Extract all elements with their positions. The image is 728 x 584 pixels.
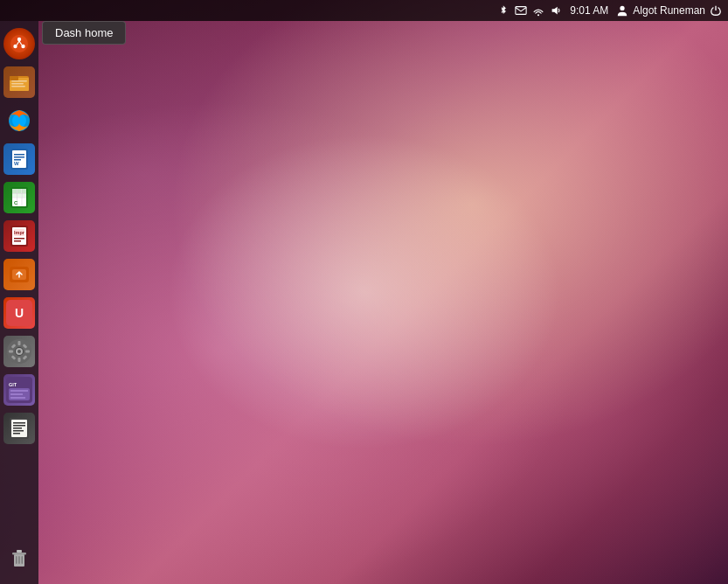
- svg-rect-0: [516, 7, 526, 15]
- panel-username[interactable]: Algot Runeman: [633, 4, 705, 17]
- svg-rect-64: [10, 397, 25, 399]
- launcher-item-impress[interactable]: Impr: [2, 219, 37, 254]
- svg-rect-52: [25, 351, 30, 353]
- launcher-item-writer[interactable]: W: [2, 142, 37, 177]
- svg-rect-30: [17, 194, 22, 198]
- svg-rect-49: [18, 341, 21, 345]
- panel-time[interactable]: 9:01 AM: [570, 4, 608, 17]
- svg-rect-70: [13, 430, 24, 432]
- top-panel: 9:01 AM Algot Runeman: [0, 0, 728, 21]
- launcher-item-trash[interactable]: [2, 540, 37, 575]
- svg-text:C: C: [14, 200, 18, 205]
- volume-icon[interactable]: [549, 3, 563, 17]
- svg-point-5: [17, 38, 21, 41]
- svg-rect-13: [11, 80, 27, 82]
- dash-tooltip-text: Dash home: [55, 26, 113, 39]
- svg-rect-67: [13, 422, 25, 424]
- svg-rect-20: [14, 154, 24, 156]
- svg-rect-31: [22, 194, 26, 198]
- svg-rect-14: [11, 83, 24, 85]
- dash-home-tooltip: Dash home: [42, 21, 126, 45]
- svg-rect-76: [18, 556, 20, 564]
- svg-point-58: [17, 350, 21, 353]
- svg-text:GIT: GIT: [9, 382, 17, 387]
- network-icon[interactable]: [531, 3, 545, 17]
- svg-rect-12: [10, 76, 18, 80]
- person-icon[interactable]: [615, 3, 629, 17]
- svg-rect-41: [14, 240, 21, 242]
- svg-rect-21: [14, 156, 24, 158]
- launcher-item-backups[interactable]: [2, 257, 37, 292]
- svg-point-3: [621, 6, 625, 10]
- panel-right: 9:01 AM Algot Runeman: [496, 3, 723, 17]
- svg-rect-69: [13, 428, 22, 429]
- svg-rect-50: [18, 358, 21, 362]
- launcher: W C: [0, 21, 38, 584]
- launcher-item-firefox[interactable]: [2, 103, 37, 138]
- launcher-item-calc[interactable]: C: [2, 180, 37, 215]
- svg-rect-63: [10, 393, 23, 395]
- svg-rect-29: [12, 194, 17, 198]
- bluetooth-icon[interactable]: [496, 3, 510, 17]
- power-icon[interactable]: [709, 3, 723, 17]
- svg-rect-75: [16, 556, 17, 564]
- svg-rect-62: [10, 390, 28, 392]
- svg-marker-2: [552, 7, 558, 15]
- svg-rect-26: [12, 189, 17, 193]
- launcher-item-ubuntu-one[interactable]: U: [2, 295, 37, 330]
- desktop: [0, 0, 728, 584]
- launcher-item-settings[interactable]: [2, 334, 37, 369]
- svg-rect-77: [22, 556, 24, 564]
- svg-text:U: U: [15, 306, 24, 320]
- svg-rect-74: [17, 550, 22, 553]
- svg-point-1: [537, 14, 539, 16]
- svg-rect-15: [11, 86, 25, 87]
- svg-rect-68: [13, 425, 25, 427]
- mail-icon[interactable]: [514, 3, 528, 17]
- svg-rect-27: [17, 189, 22, 193]
- launcher-item-gimp[interactable]: GIT: [2, 372, 37, 407]
- svg-rect-71: [13, 433, 20, 435]
- svg-rect-51: [9, 351, 13, 353]
- svg-rect-28: [22, 189, 26, 193]
- svg-text:Impr: Impr: [14, 230, 25, 235]
- svg-rect-73: [12, 553, 26, 555]
- svg-text:W: W: [14, 161, 19, 166]
- launcher-item-files[interactable]: [2, 65, 37, 100]
- launcher-item-reader[interactable]: [2, 411, 37, 446]
- svg-rect-40: [14, 238, 24, 240]
- launcher-item-dash-home[interactable]: [2, 26, 37, 61]
